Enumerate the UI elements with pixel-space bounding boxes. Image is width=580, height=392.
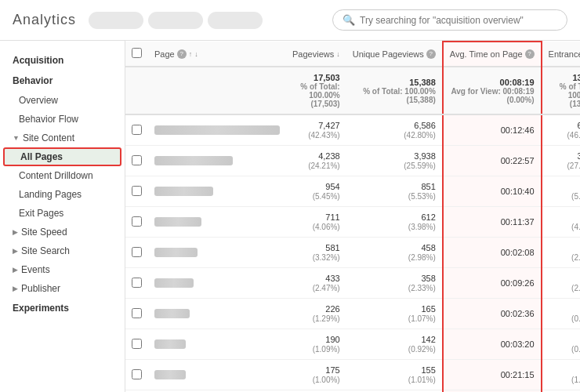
table-row: 4,238 (24.21%)3,938 (25.59%)00:22:573,87… — [125, 146, 580, 176]
app-logo: Analytics — [13, 12, 76, 28]
account-pill-2[interactable] — [148, 12, 203, 29]
row-checkbox[interactable] — [132, 308, 142, 318]
summary-entrances-value: 13,894 — [549, 73, 580, 82]
sidebar-item-publisher[interactable]: ▶ Publisher — [0, 279, 125, 298]
sidebar-item-landing-pages[interactable]: Landing Pages — [0, 185, 125, 204]
row-pageviews: 175 (1.00%) — [286, 360, 346, 390]
table-body: 7,427 (42.43%)6,586 (42.80%)00:12:466,51… — [125, 114, 580, 392]
row-checkbox-cell — [125, 146, 148, 176]
summary-page-cell — [148, 67, 286, 114]
row-entrances: 154 (1.11%) — [542, 360, 580, 390]
row-pageviews: 7,427 (42.43%) — [286, 114, 346, 146]
row-unique-pageviews: 165 (1.07%) — [346, 299, 443, 329]
sort-asc-icon[interactable]: ↑ — [189, 50, 193, 58]
select-all-checkbox[interactable] — [132, 48, 142, 58]
col-label-pageviews: Pageviews — [292, 49, 334, 59]
summary-checkbox-cell — [125, 67, 148, 114]
sidebar-item-content-drilldown[interactable]: Content Drilldown — [0, 166, 125, 185]
sort-desc-icon-2[interactable]: ↓ — [336, 50, 340, 58]
summary-unique-pv-value: 15,388 — [353, 78, 436, 87]
row-pageviews: 433 (2.47%) — [286, 268, 346, 299]
row-entrances: 6,513 (46.88%) — [542, 114, 580, 146]
row-checkbox-cell — [125, 299, 148, 329]
row-checkbox[interactable] — [132, 278, 142, 288]
table-row: 7,427 (42.43%)6,586 (42.80%)00:12:466,51… — [125, 114, 580, 146]
summary-row: 17,503 % of Total: 100.00% (17,503) 15,3… — [125, 67, 580, 114]
row-checkbox[interactable] — [132, 125, 142, 135]
unique-pv-info-icon[interactable]: ? — [426, 49, 436, 59]
main-content: Acquisition Behavior Overview Behavior F… — [0, 41, 580, 392]
search-bar[interactable]: 🔍 — [332, 9, 567, 31]
table-row: 954 (5.45%)851 (5.53%)00:10:40806 (5.80%… — [125, 176, 580, 207]
row-avg-time: 00:09:26 — [443, 268, 542, 299]
row-entrances: 333 (2.40%) — [542, 268, 580, 299]
sidebar-item-experiments[interactable]: Experiments — [0, 298, 125, 318]
col-header-avg-time[interactable]: Avg. Time on Page ? — [443, 42, 542, 67]
row-page-cell[interactable] — [148, 329, 286, 360]
row-entrances: 806 (5.80%) — [542, 176, 580, 207]
chevron-right-icon-4: ▶ — [13, 285, 18, 292]
row-page-cell[interactable] — [148, 207, 286, 238]
col-header-unique-pageviews[interactable]: Unique Pageviews ? — [346, 42, 443, 67]
chevron-down-icon: ▼ — [13, 134, 20, 142]
row-page-cell[interactable] — [148, 299, 286, 329]
row-checkbox-cell — [125, 176, 148, 207]
row-avg-time: 00:03:20 — [443, 329, 542, 360]
row-entrances: 98 (0.71%) — [542, 329, 580, 360]
sidebar-item-site-content[interactable]: ▼ Site Content — [0, 129, 125, 147]
sort-desc-icon[interactable]: ↓ — [194, 50, 198, 58]
summary-unique-pageviews: 15,388 % of Total: 100.00% (15,388) — [346, 67, 443, 114]
sidebar-item-behavior-flow[interactable]: Behavior Flow — [0, 110, 125, 129]
row-page-cell[interactable] — [148, 114, 286, 146]
row-checkbox[interactable] — [132, 339, 142, 349]
row-pageviews: 4,238 (24.21%) — [286, 146, 346, 176]
row-checkbox-cell — [125, 268, 148, 299]
row-page-cell[interactable] — [148, 360, 286, 390]
row-checkbox[interactable] — [132, 369, 142, 379]
row-checkbox[interactable] — [132, 155, 142, 165]
account-pill-3[interactable] — [208, 12, 263, 29]
summary-avg-time-value: 00:08:19 — [450, 78, 535, 87]
summary-pageviews-value: 17,503 — [292, 73, 340, 82]
row-checkbox-cell — [125, 114, 148, 146]
row-page-cell[interactable] — [148, 238, 286, 268]
account-pill-1[interactable] — [89, 12, 143, 29]
summary-pageviews-sub: % of Total: 100.00% (17,503) — [292, 82, 340, 108]
col-header-pageviews[interactable]: Pageviews ↓ — [286, 42, 346, 67]
table-row: 581 (3.32%)458 (2.98%)00:02:08342 (2.46%… — [125, 238, 580, 268]
avg-time-info-icon[interactable]: ? — [525, 49, 535, 59]
row-page-cell[interactable] — [148, 268, 286, 299]
sidebar-item-all-pages[interactable]: All Pages — [3, 147, 121, 166]
account-pills — [89, 12, 263, 29]
summary-unique-pv-sub: % of Total: 100.00% (15,388) — [353, 87, 436, 104]
row-avg-time: 00:21:15 — [443, 360, 542, 390]
col-header-entrances[interactable]: Entrances ? — [542, 42, 580, 67]
row-checkbox-cell — [125, 329, 148, 360]
sidebar-item-exit-pages[interactable]: Exit Pages — [0, 204, 125, 223]
row-unique-pageviews: 142 (0.92%) — [346, 329, 443, 360]
sidebar-item-events[interactable]: ▶ Events — [0, 260, 125, 279]
row-pageviews: 226 (1.29%) — [286, 299, 346, 329]
page-info-icon[interactable]: ? — [177, 49, 187, 59]
row-checkbox[interactable] — [132, 216, 142, 227]
row-checkbox-cell — [125, 207, 148, 238]
summary-pageviews: 17,503 % of Total: 100.00% (17,503) — [286, 67, 346, 114]
sidebar-item-overview[interactable]: Overview — [0, 91, 125, 110]
row-page-cell[interactable] — [148, 146, 286, 176]
row-page-cell[interactable] — [148, 176, 286, 207]
col-label-entrances: Entrances — [549, 49, 580, 59]
sidebar-item-acquisition[interactable]: Acquisition — [0, 50, 125, 71]
col-label-avg-time: Avg. Time on Page — [450, 49, 523, 59]
chevron-right-icon-3: ▶ — [13, 266, 18, 274]
row-checkbox[interactable] — [132, 247, 142, 257]
row-unique-pageviews: 6,586 (42.80%) — [346, 114, 443, 146]
sidebar-item-site-speed[interactable]: ▶ Site Speed — [0, 223, 125, 241]
sidebar-item-behavior[interactable]: Behavior — [0, 71, 125, 91]
row-entrances: 123 (0.89%) — [542, 299, 580, 329]
col-header-page[interactable]: Page ? ↑ ↓ — [148, 42, 286, 67]
sidebar: Acquisition Behavior Overview Behavior F… — [0, 41, 125, 392]
sidebar-item-site-search[interactable]: ▶ Site Search — [0, 241, 125, 260]
row-checkbox[interactable] — [132, 186, 142, 196]
row-unique-pageviews: 155 (1.01%) — [346, 360, 443, 390]
search-input[interactable] — [360, 15, 557, 26]
